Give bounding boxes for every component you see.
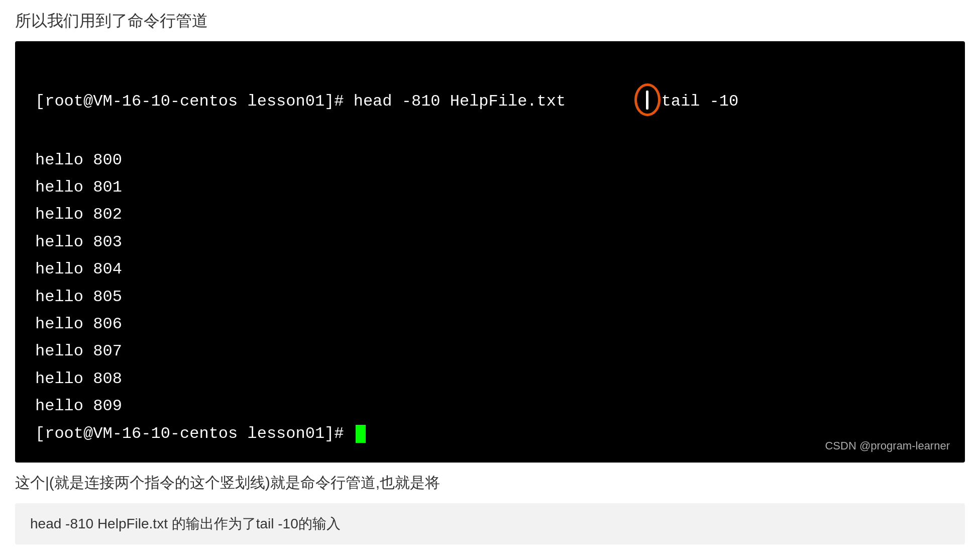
pipe-icon (576, 56, 660, 147)
terminal-command-line: [root@VM-16-10-centos lesson01]# head -8… (35, 56, 945, 147)
terminal-cursor (356, 425, 366, 443)
intro-text: 所以我们用到了命令行管道 (15, 10, 965, 32)
terminal-output: hello 800 hello 801 hello 802 hello 803 … (35, 147, 945, 420)
highlight-box-text: head -810 HelpFile.txt 的输出作为了tail -10的输入 (30, 516, 341, 531)
final-prompt-text: [root@VM-16-10-centos lesson01]# (35, 420, 344, 447)
output-line-1: hello 800 (35, 147, 945, 174)
command-after-pipe: tail -10 (662, 88, 739, 115)
pipe-space (566, 88, 575, 115)
output-line-8: hello 807 (35, 338, 945, 365)
output-line-7: hello 806 (35, 311, 945, 338)
output-line-4: hello 803 (35, 229, 945, 256)
csdn-watermark: CSDN @program-learner (825, 439, 950, 452)
output-line-6: hello 805 (35, 284, 945, 311)
highlight-box: head -810 HelpFile.txt 的输出作为了tail -10的输入 (15, 503, 965, 544)
output-line-9: hello 808 (35, 366, 945, 393)
footer-text: 这个|(就是连接两个指令的这个竖划线)就是命令行管道,也就是将 (15, 473, 965, 493)
output-line-3: hello 802 (35, 201, 945, 228)
command-prompt: [root@VM-16-10-centos lesson01]# head -8… (35, 88, 566, 115)
terminal-window: [root@VM-16-10-centos lesson01]# head -8… (15, 41, 965, 463)
terminal-final-prompt: [root@VM-16-10-centos lesson01]# (35, 420, 945, 447)
output-line-2: hello 801 (35, 174, 945, 201)
output-line-10: hello 809 (35, 393, 945, 420)
output-line-5: hello 804 (35, 256, 945, 283)
